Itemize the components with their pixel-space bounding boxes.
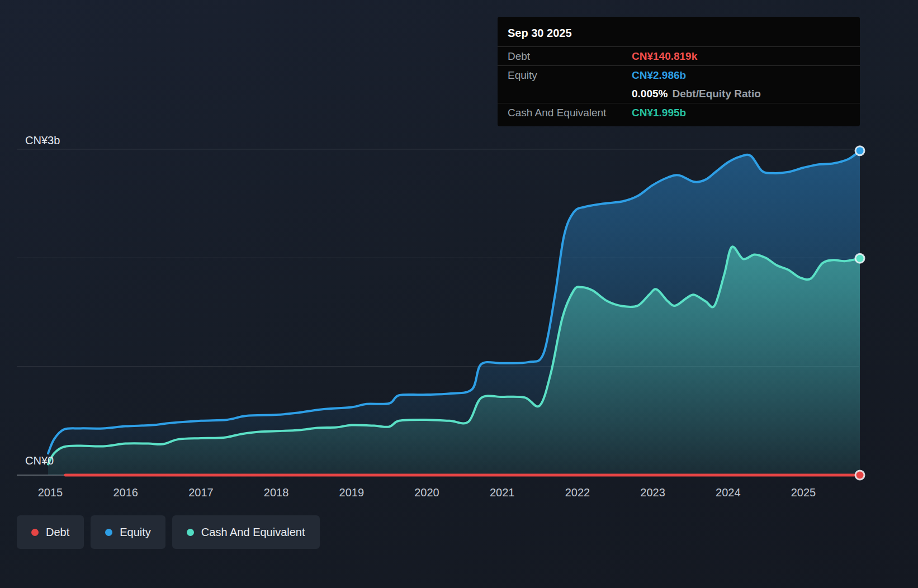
tooltip-cash-label: Cash And Equivalent [508,107,632,119]
tooltip-debt-value: CN¥140.819k [632,50,697,63]
tooltip-row-debt: Debt CN¥140.819k [498,46,860,65]
svg-text:2025: 2025 [791,486,816,499]
svg-text:2020: 2020 [414,486,439,499]
y-axis-label-0: CN¥0 [25,454,54,467]
tooltip-equity-value: CN¥2.986b [632,69,686,82]
cash-series-dot-icon [187,529,194,536]
svg-text:2023: 2023 [640,486,665,499]
tooltip-row-ratio: 0.005% Debt/Equity Ratio [498,84,860,103]
svg-text:2021: 2021 [490,486,515,499]
svg-text:2022: 2022 [565,486,590,499]
tooltip: Sep 30 2025 Debt CN¥140.819k Equity CN¥2… [498,17,860,126]
tooltip-ratio-value: 0.005% [632,88,668,100]
svg-text:2024: 2024 [716,486,741,499]
svg-text:2015: 2015 [38,486,63,499]
legend-item-debt[interactable]: Debt [17,515,84,549]
svg-text:2019: 2019 [339,486,365,499]
legend: Debt Equity Cash And Equivalent [17,515,320,549]
tooltip-cash-value: CN¥1.995b [632,107,686,119]
legend-item-cash-label: Cash And Equivalent [201,526,305,539]
tooltip-debt-label: Debt [508,50,632,63]
tooltip-row-equity: Equity CN¥2.986b [498,65,860,84]
legend-item-cash[interactable]: Cash And Equivalent [172,515,320,549]
legend-item-equity[interactable]: Equity [91,515,165,549]
tooltip-row-cash: Cash And Equivalent CN¥1.995b [498,103,860,122]
svg-text:2016: 2016 [113,486,138,499]
svg-text:2018: 2018 [264,486,289,499]
tooltip-ratio-label: Debt/Equity Ratio [672,88,760,100]
svg-text:2017: 2017 [188,486,214,499]
tooltip-date: Sep 30 2025 [498,22,860,46]
legend-item-debt-label: Debt [46,526,69,539]
debt-series-dot-icon [31,529,39,536]
equity-series-dot-icon [105,529,112,536]
legend-item-equity-label: Equity [120,526,151,539]
y-axis-label-3b: CN¥3b [25,134,60,147]
tooltip-equity-label: Equity [508,69,632,82]
page: { "tooltip": { "date": "Sep 30 2025", "r… [0,0,918,588]
